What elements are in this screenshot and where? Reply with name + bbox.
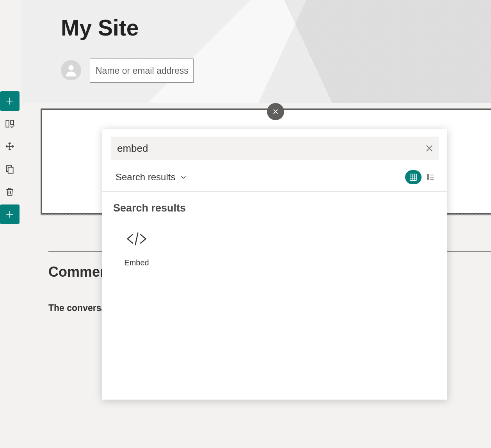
- close-icon: [425, 144, 434, 153]
- webpart-picker: Search results: [102, 129, 447, 400]
- view-toggle: [405, 170, 439, 184]
- edit-columns-icon: [5, 119, 15, 129]
- results-heading: Search results: [113, 202, 186, 214]
- grid-icon: [409, 173, 418, 181]
- plus-icon: [5, 209, 15, 219]
- webpart-tile-label: Embed: [113, 258, 160, 267]
- page-canvas: My Site Comments The conversation Search…: [22, 0, 491, 448]
- popover-divider: [102, 191, 447, 192]
- svg-line-16: [135, 233, 138, 245]
- move-icon: [5, 141, 15, 151]
- duplicate-section-button[interactable]: [0, 159, 20, 179]
- webpart-search-box: [111, 137, 439, 160]
- list-view-button[interactable]: [422, 170, 439, 184]
- grid-view-button[interactable]: [405, 170, 422, 184]
- svg-rect-14: [427, 179, 429, 180]
- clear-search-button[interactable]: [420, 139, 439, 158]
- svg-point-0: [68, 65, 73, 70]
- svg-rect-10: [427, 174, 429, 176]
- svg-rect-5: [410, 174, 417, 181]
- site-title: My Site: [61, 15, 139, 41]
- list-icon: [426, 173, 435, 181]
- chevron-down-icon: [180, 174, 187, 181]
- add-section-bottom-button[interactable]: [0, 204, 20, 224]
- close-icon: [272, 108, 279, 115]
- edit-section-button[interactable]: [0, 114, 20, 133]
- plus-icon: [5, 96, 15, 106]
- trash-icon: [5, 187, 15, 197]
- avatar: [61, 60, 81, 80]
- svg-rect-12: [427, 176, 429, 178]
- filter-row: Search results: [116, 168, 439, 187]
- section-toolbar: [0, 91, 20, 227]
- person-icon: [64, 63, 78, 78]
- move-section-button[interactable]: [0, 137, 20, 156]
- filter-label-text: Search results: [116, 172, 175, 183]
- svg-rect-23: [8, 167, 13, 173]
- author-name-input[interactable]: [90, 59, 194, 83]
- filter-dropdown[interactable]: Search results: [116, 172, 187, 183]
- webpart-search-input[interactable]: [111, 142, 420, 155]
- header-banner: My Site: [22, 0, 491, 103]
- close-picker-button[interactable]: [267, 103, 284, 120]
- add-section-top-button[interactable]: [0, 91, 20, 111]
- svg-rect-20: [11, 120, 14, 124]
- embed-icon: [123, 226, 150, 252]
- svg-rect-19: [6, 120, 9, 127]
- delete-section-button[interactable]: [0, 182, 20, 201]
- webpart-tile-embed[interactable]: Embed: [113, 226, 160, 267]
- copy-icon: [5, 164, 15, 174]
